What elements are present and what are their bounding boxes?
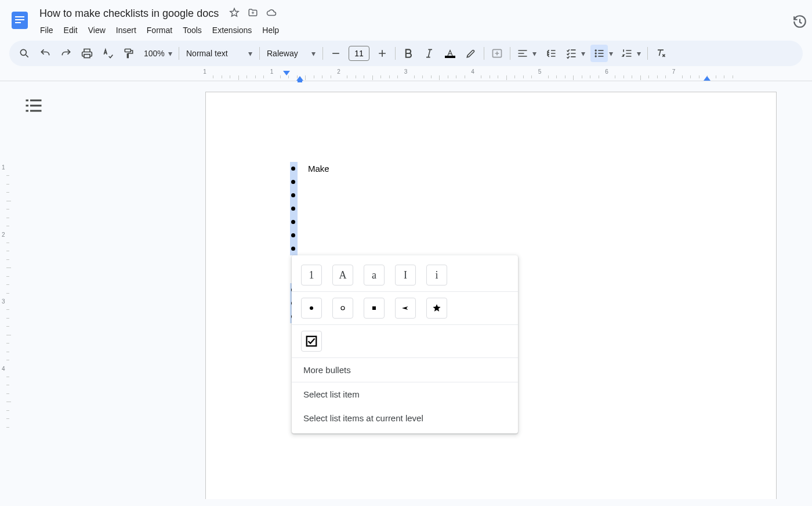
version-history-icon[interactable] xyxy=(792,14,807,31)
numbered-option-1[interactable]: 1 xyxy=(301,265,322,285)
bullet-option-square[interactable] xyxy=(364,298,385,319)
numbered-option-i[interactable]: i xyxy=(426,265,447,285)
italic-icon[interactable] xyxy=(420,45,438,62)
menubar: File Edit View Insert Format Tools Exten… xyxy=(36,23,803,37)
docs-logo[interactable] xyxy=(9,7,30,34)
paint-format-icon[interactable] xyxy=(120,45,137,62)
chevron-down-icon: ▾ xyxy=(248,49,252,58)
font-size-increment[interactable] xyxy=(374,45,391,62)
svg-rect-22 xyxy=(372,306,376,310)
list-options-popup: 1 A a I i More bullets Select list item … xyxy=(292,255,518,433)
spellcheck-icon[interactable] xyxy=(99,45,117,62)
text-color-icon[interactable] xyxy=(441,45,459,62)
svg-point-4 xyxy=(20,49,26,55)
svg-rect-19 xyxy=(30,110,42,112)
svg-rect-13 xyxy=(598,56,603,57)
numbered-option-I[interactable]: I xyxy=(395,265,416,285)
checklist-icon xyxy=(563,45,580,62)
chevron-down-icon: ▾ xyxy=(168,49,172,58)
numbered-list-icon xyxy=(618,45,636,62)
document-outline-icon[interactable] xyxy=(23,95,44,116)
svg-point-8 xyxy=(595,49,597,51)
numbered-options-row: 1 A a I i xyxy=(292,259,518,291)
undo-icon[interactable] xyxy=(37,45,54,62)
menu-view[interactable]: View xyxy=(84,23,110,37)
more-bullets-item[interactable]: More bullets xyxy=(292,358,518,382)
menu-tools[interactable]: Tools xyxy=(179,23,206,37)
svg-point-9 xyxy=(595,52,597,54)
select-list-items-at-level[interactable]: Select list items at current level xyxy=(292,406,518,430)
select-list-item[interactable]: Select list item xyxy=(292,382,518,406)
checklist-dropdown[interactable]: ▾ xyxy=(563,45,588,62)
align-dropdown[interactable]: ▾ xyxy=(514,45,539,62)
align-left-icon xyxy=(514,45,531,62)
app-header: How to make checklists in google docs Fi… xyxy=(0,0,812,37)
horizontal-ruler[interactable]: 11234567 xyxy=(0,68,812,81)
numbered-option-A[interactable]: A xyxy=(332,265,353,285)
bullet-option-disc[interactable] xyxy=(301,298,322,319)
toolbar: 100% ▾ Normal text ▾ Raleway ▾ ▾ ▾ ▾ ▾ xyxy=(9,41,803,66)
svg-rect-5 xyxy=(84,55,90,58)
svg-rect-15 xyxy=(30,100,42,102)
svg-point-20 xyxy=(310,306,313,310)
move-icon[interactable] xyxy=(248,8,258,20)
checkbox-options-row xyxy=(292,325,518,357)
svg-rect-17 xyxy=(30,105,42,107)
bulleted-list-dropdown[interactable]: ▾ xyxy=(590,45,616,62)
numbered-list-dropdown[interactable]: ▾ xyxy=(618,45,644,62)
bulleted-list-icon xyxy=(590,45,608,62)
svg-point-21 xyxy=(341,306,345,310)
insert-image-icon[interactable] xyxy=(488,45,506,62)
line-spacing-icon[interactable] xyxy=(542,45,560,62)
document-title[interactable]: How to make checklists in google docs xyxy=(36,6,222,21)
svg-rect-18 xyxy=(26,110,29,112)
chevron-down-icon: ▾ xyxy=(608,49,614,58)
clear-formatting-icon[interactable] xyxy=(652,45,669,62)
bullet-option-star[interactable] xyxy=(426,298,447,319)
numbered-option-a[interactable]: a xyxy=(364,265,385,285)
svg-rect-2 xyxy=(15,19,24,20)
svg-point-10 xyxy=(595,55,597,57)
svg-rect-3 xyxy=(15,22,21,23)
svg-rect-6 xyxy=(125,49,130,52)
workspace: Make 1 A a I i xyxy=(0,81,812,499)
menu-format[interactable]: Format xyxy=(143,23,176,37)
menu-file[interactable]: File xyxy=(36,23,57,37)
chevron-down-icon: ▾ xyxy=(580,49,586,58)
font-size-decrement[interactable] xyxy=(327,45,345,62)
chevron-down-icon: ▾ xyxy=(531,49,537,58)
list-item-text: Make xyxy=(308,164,329,174)
highlight-color-icon[interactable] xyxy=(462,45,480,62)
chevron-down-icon: ▾ xyxy=(636,49,641,58)
menu-extensions[interactable]: Extensions xyxy=(208,23,256,37)
svg-rect-11 xyxy=(598,50,603,51)
search-menus-icon[interactable] xyxy=(16,45,33,62)
svg-rect-16 xyxy=(26,105,29,107)
svg-rect-14 xyxy=(26,100,29,102)
menu-help[interactable]: Help xyxy=(258,23,283,37)
bold-icon[interactable] xyxy=(400,45,417,62)
paragraph-style-dropdown[interactable]: Normal text ▾ xyxy=(182,49,257,58)
menu-insert[interactable]: Insert xyxy=(112,23,140,37)
menu-edit[interactable]: Edit xyxy=(60,23,82,37)
font-family-dropdown[interactable]: Raleway ▾ xyxy=(262,49,320,58)
bullet-option-checkbox[interactable] xyxy=(301,331,322,352)
svg-rect-1 xyxy=(15,16,24,17)
chevron-down-icon: ▾ xyxy=(311,49,316,58)
zoom-dropdown[interactable]: 100% ▾ xyxy=(139,49,176,58)
svg-rect-12 xyxy=(598,53,603,54)
redo-icon[interactable] xyxy=(57,45,75,62)
cloud-saved-icon[interactable] xyxy=(266,8,277,20)
bullet-options-row xyxy=(292,292,518,324)
star-icon[interactable] xyxy=(229,8,240,20)
bullet-option-circle[interactable] xyxy=(332,298,353,319)
font-size-input[interactable] xyxy=(349,46,369,61)
bullet-option-arrow[interactable] xyxy=(395,298,416,319)
print-icon[interactable] xyxy=(78,45,96,62)
